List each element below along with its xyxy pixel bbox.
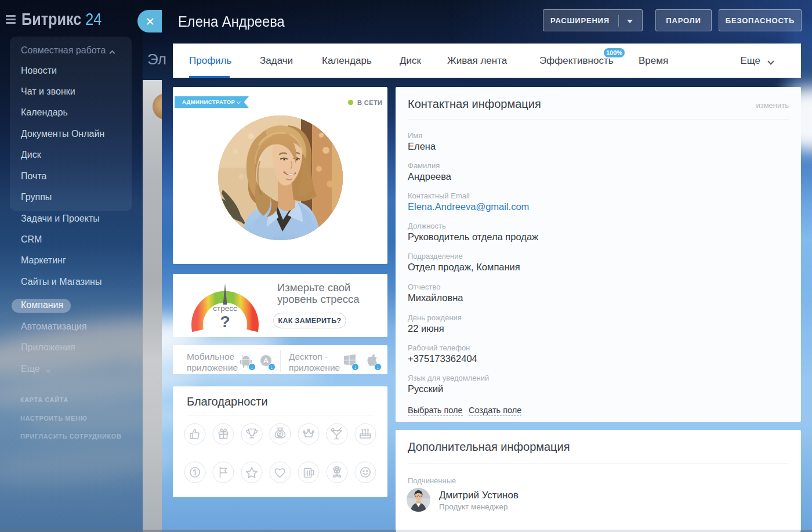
svg-text:?: ? — [220, 313, 230, 331]
svg-text:стресс: стресс — [213, 304, 237, 313]
